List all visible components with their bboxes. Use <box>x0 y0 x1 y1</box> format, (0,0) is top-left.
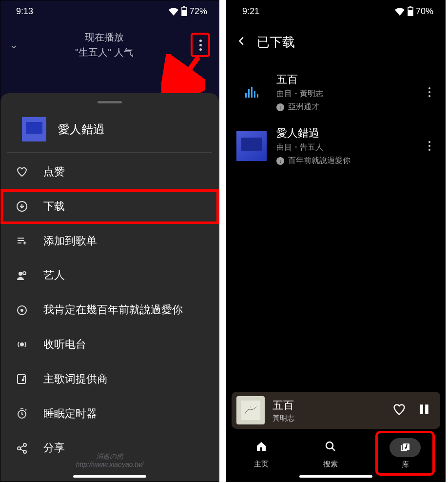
battery-icon <box>407 6 414 16</box>
track-info: 五百 曲目・黃明志 ↓ 亞洲通才 <box>276 72 414 112</box>
battery-icon <box>181 6 188 16</box>
menu-item-artist[interactable]: 艺人 <box>0 258 219 293</box>
phone-left: 9:13 72% ⌄ 现在播放 "生五人" 人气 愛人錯過 <box>0 0 219 482</box>
timer-icon <box>15 408 29 420</box>
status-time: 9:21 <box>242 6 259 17</box>
status-battery: 70% <box>416 6 433 17</box>
track-album: ↓ 亞洲通才 <box>276 102 414 112</box>
status-right: 72% <box>168 6 207 17</box>
track-subtitle: 曲目・黃明志 <box>276 89 414 99</box>
more-vertical-icon <box>199 40 202 51</box>
wifi-icon <box>168 7 179 16</box>
menu-label: 点赞 <box>43 164 204 180</box>
artist-icon <box>15 270 29 282</box>
gesture-bar <box>299 475 372 478</box>
nav-label: 主页 <box>254 460 269 469</box>
menu-item-album[interactable]: 我肯定在幾百年前就說過愛你 <box>0 293 219 327</box>
status-bar: 9:21 70% <box>227 0 445 22</box>
track-info: 愛人錯過 曲目・告五人 ↓ 百年前就說過愛你 <box>276 126 414 166</box>
svg-text:♪: ♪ <box>250 405 252 408</box>
menu-label: 分享 <box>43 441 204 456</box>
track-subtitle: 曲目・告五人 <box>276 142 414 153</box>
status-right: 70% <box>394 6 433 17</box>
miniplayer-artist: 黃明志 <box>273 414 385 423</box>
status-time: 9:13 <box>16 6 33 17</box>
lyrics-icon <box>15 373 29 385</box>
back-button[interactable] <box>236 35 247 50</box>
svg-point-15 <box>23 450 26 453</box>
miniplayer-art: ♪ <box>236 396 265 424</box>
pause-button[interactable] <box>418 402 430 419</box>
sheet-title: 愛人錯過 <box>58 121 105 137</box>
miniplayer[interactable]: ♪ 五百 黃明志 <box>232 392 440 429</box>
wifi-icon <box>394 7 405 16</box>
menu-item-add-playlist[interactable]: 添加到歌单 <box>0 224 219 259</box>
nav-home[interactable]: 主页 <box>237 435 286 472</box>
nav-library-highlight: 库 <box>375 431 435 476</box>
more-button[interactable] <box>191 33 210 57</box>
status-bar: 9:13 72% <box>0 0 219 22</box>
svg-rect-19 <box>241 401 260 420</box>
menu-label: 下载 <box>43 199 204 214</box>
track-more-button[interactable] <box>424 82 435 102</box>
album-icon <box>15 304 29 316</box>
playlist-add-icon <box>15 235 29 247</box>
page-header: 已下载 <box>227 22 445 60</box>
svg-point-14 <box>18 447 20 450</box>
gesture-bar <box>73 475 146 478</box>
nowplaying-subtitle: "生五人" 人气 <box>18 46 191 59</box>
radio-icon <box>15 339 29 350</box>
svg-point-6 <box>23 272 26 275</box>
track-title: 五百 <box>276 72 414 87</box>
sheet-handle[interactable] <box>97 101 122 103</box>
bottom-nav: 主页 搜索 库 <box>227 433 445 482</box>
library-icon <box>399 441 411 453</box>
svg-point-23 <box>326 442 333 449</box>
bottom-sheet: 愛人錯過 点赞 下载 添加到歌单 艺人 我肯定在幾百年前就說過愛你 <box>0 93 219 482</box>
page-title: 已下载 <box>257 34 295 51</box>
menu-label: 艺人 <box>43 268 204 283</box>
status-battery: 72% <box>190 6 207 17</box>
track-thumbnail <box>236 131 267 161</box>
menu-label: 收听电台 <box>43 337 204 352</box>
nav-library[interactable]: 库 <box>381 435 429 472</box>
search-icon <box>325 441 336 452</box>
miniplayer-info: 五百 黃明志 <box>273 398 385 423</box>
svg-point-5 <box>19 272 22 276</box>
menu-label: 主歌词提供商 <box>43 372 204 387</box>
track-title: 愛人錯過 <box>276 126 414 141</box>
svg-rect-22 <box>425 404 429 414</box>
svg-point-9 <box>20 343 23 346</box>
playing-indicator <box>236 77 267 107</box>
svg-point-8 <box>21 309 23 311</box>
menu-item-download[interactable]: 下载 <box>0 189 219 224</box>
share-icon <box>15 443 29 454</box>
nav-search[interactable]: 搜索 <box>306 435 355 472</box>
menu-label: 睡眠定时器 <box>43 406 204 422</box>
track-row[interactable]: 愛人錯過 曲目・告五人 ↓ 百年前就說過愛你 <box>227 119 445 173</box>
menu-item-like[interactable]: 点赞 <box>0 155 219 189</box>
download-icon <box>15 201 29 212</box>
nowplaying-header: ⌄ 现在播放 "生五人" 人气 <box>0 22 219 64</box>
menu-item-lyrics[interactable]: 主歌词提供商 <box>0 362 219 397</box>
svg-point-13 <box>23 443 26 446</box>
track-more-button[interactable] <box>424 136 435 156</box>
menu-item-radio[interactable]: 收听电台 <box>0 327 219 362</box>
nowplaying-title: 现在播放 "生五人" 人气 <box>18 31 191 59</box>
downloaded-icon: ↓ <box>276 157 284 165</box>
menu-label: 我肯定在幾百年前就說過愛你 <box>43 302 204 318</box>
menu-item-share[interactable]: 分享 <box>0 431 219 465</box>
home-icon <box>255 441 267 452</box>
like-button[interactable] <box>392 402 406 418</box>
svg-rect-18 <box>408 10 413 16</box>
phone-right: 9:21 70% 已下载 五百 曲目・黃明志 ↓ 亞洲通才 <box>226 0 446 482</box>
track-row[interactable]: 五百 曲目・黃明志 ↓ 亞洲通才 <box>227 65 445 119</box>
menu-item-sleep-timer[interactable]: 睡眠定时器 <box>0 397 219 431</box>
collapse-icon[interactable]: ⌄ <box>9 39 18 51</box>
nav-label: 库 <box>402 460 409 469</box>
nav-label: 搜索 <box>323 460 338 469</box>
nowplaying-label: 现在播放 <box>18 31 191 44</box>
heart-icon <box>15 166 29 178</box>
sheet-menu: 点赞 下载 添加到歌单 艺人 我肯定在幾百年前就說過愛你 收听电台 <box>0 153 219 467</box>
miniplayer-actions <box>392 402 430 419</box>
